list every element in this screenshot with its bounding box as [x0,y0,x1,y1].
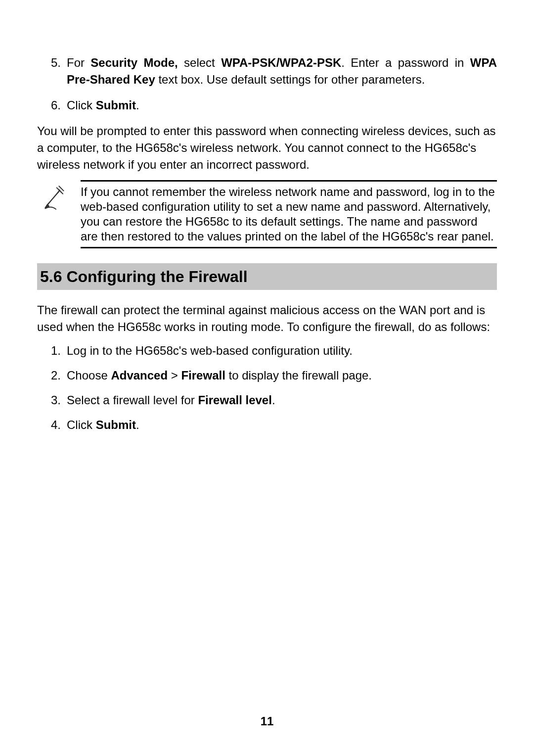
text-run: . Enter a password in [341,56,470,69]
text-run: > [168,369,181,382]
note-block: If you cannot remember the wireless netw… [37,180,497,248]
list-item: 6.Click Submit. [37,97,497,114]
text-run: Advanced [111,369,168,382]
list-item-number: 3. [37,392,67,409]
list-item-body: Click Submit. [67,97,497,114]
text-run: Choose [67,369,111,382]
text-run: Submit [96,418,136,431]
list-item-body: Choose Advanced > Firewall to display th… [67,367,497,384]
body-paragraph: You will be prompted to enter this passw… [37,123,497,173]
text-run: Firewall [181,369,225,382]
note-text-container: If you cannot remember the wireless netw… [81,180,497,248]
list-item: 4.Click Submit. [37,417,497,433]
pen-note-icon [42,183,67,211]
list-item-body: Click Submit. [67,417,497,433]
text-run: select [178,56,221,69]
list-item: 2.Choose Advanced > Firewall to display … [37,367,497,384]
list-item-body: Log in to the HG658c's web-based configu… [67,342,497,359]
text-run: . [136,98,139,112]
text-run: Click [67,98,96,112]
list-item-number: 6. [37,97,67,114]
note-text: If you cannot remember the wireless netw… [81,185,497,244]
text-run: Security Mode, [90,56,178,69]
text-run: Log in to the HG658c's web-based configu… [67,344,353,357]
text-run: Firewall level [198,393,271,407]
list-item-number: 2. [37,367,67,384]
text-run: . [136,418,139,431]
list-item-number: 4. [37,417,67,433]
text-run: Select a firewall level for [67,393,198,407]
section-heading: 5.6 Configuring the Firewall [37,263,497,290]
section-intro: The firewall can protect the terminal ag… [37,302,497,335]
text-run: Submit [96,98,136,112]
document-page: 5.For Security Mode, select WPA-PSK/WPA2… [0,0,534,433]
text-run: Click [67,418,96,431]
page-number: 11 [0,714,534,728]
text-run: . [272,393,275,407]
text-run: WPA-PSK/WPA2-PSK [221,56,341,69]
ordered-list-top: 5.For Security Mode, select WPA-PSK/WPA2… [37,54,497,114]
list-item: 1.Log in to the HG658c's web-based confi… [37,342,497,359]
list-item: 5.For Security Mode, select WPA-PSK/WPA2… [37,54,497,88]
list-item-number: 1. [37,342,67,359]
list-item-body: Select a firewall level for Firewall lev… [67,392,497,409]
text-run: text box. Use default settings for other… [155,73,425,86]
list-item-body: For Security Mode, select WPA-PSK/WPA2-P… [67,54,497,88]
text-run: For [67,56,90,69]
ordered-list-firewall: 1.Log in to the HG658c's web-based confi… [37,342,497,433]
list-item-number: 5. [37,54,67,71]
text-run: to display the firewall page. [225,369,372,382]
list-item: 3.Select a firewall level for Firewall l… [37,392,497,409]
